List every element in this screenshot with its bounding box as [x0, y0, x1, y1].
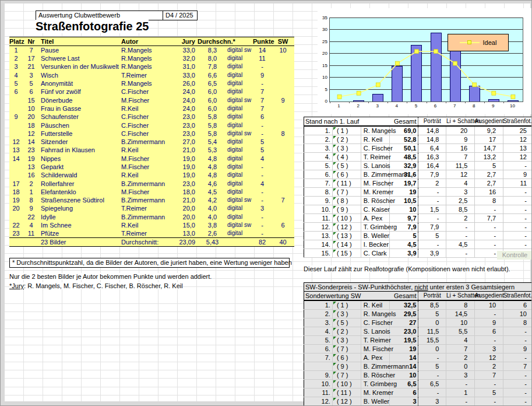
cell-punkte[interactable]: 5 — [253, 138, 272, 146]
cell-nr[interactable]: 5 — [23, 79, 40, 88]
cell-avg[interactable]: 4,0 — [198, 213, 227, 221]
cell-autor[interactable]: R.Mangels — [121, 79, 168, 88]
cell-num[interactable]: - — [418, 388, 446, 397]
cell-name[interactable]: S. Lanois — [361, 327, 389, 336]
cell-sw[interactable] — [272, 163, 294, 171]
cell-gesamt[interactable]: 19 — [389, 345, 418, 354]
cell-rank[interactable]: 4. — [304, 327, 333, 336]
cell-name[interactable]: S. Lanois — [361, 162, 389, 170]
cell-platz[interactable]: 1 — [9, 46, 23, 55]
cell-platz[interactable]: 22 — [9, 221, 23, 229]
cell-gesamt[interactable]: 48,5 — [389, 153, 418, 162]
cell-seed[interactable]: ( 2 ) — [332, 327, 361, 336]
cell-punkte[interactable]: - — [253, 171, 272, 179]
cell-num[interactable]: - — [475, 397, 503, 406]
cell-nr[interactable]: 3 — [23, 71, 40, 79]
cell-seed[interactable]: ( 5 ) — [332, 162, 361, 170]
cell-autor[interactable]: R.Keil — [121, 171, 168, 179]
cell-avg[interactable]: 4,6 — [198, 179, 227, 187]
cell-seed[interactable]: ( 6 ) — [332, 354, 361, 362]
cell-nr[interactable]: 1 — [23, 188, 40, 196]
cell-name[interactable]: C. Fischer — [361, 144, 389, 153]
cell-rank[interactable]: 11. — [304, 214, 333, 223]
cell-rank[interactable]: 15. — [304, 249, 333, 258]
col-nr[interactable]: Nr — [23, 37, 40, 46]
cell-jury[interactable]: 33,0 — [168, 46, 198, 55]
cell-avg[interactable]: 4,5 — [198, 188, 227, 196]
cell-avg[interactable]: 4,8 — [198, 163, 227, 171]
cell-autor[interactable]: M.Fischer — [121, 155, 168, 163]
cell-num[interactable]: 13,2 — [475, 153, 503, 162]
total-avg[interactable]: 5,43 — [198, 238, 227, 247]
cell-num[interactable]: - — [475, 336, 503, 345]
cell-name[interactable]: R. Mangels — [361, 126, 389, 135]
cell-nr[interactable]: 23 — [23, 146, 40, 154]
cell-name[interactable]: A. Pex — [361, 354, 389, 362]
standings-title[interactable]: Stand nach 1. Lauf — [304, 117, 390, 127]
cell-art[interactable]: digital — [227, 62, 253, 71]
cell-sw[interactable] — [272, 71, 294, 79]
cell-art[interactable]: digital — [227, 171, 253, 179]
cell-num[interactable]: - — [503, 197, 532, 205]
cell-seed[interactable]: ( 4 ) — [332, 153, 361, 162]
cell-autor[interactable]: B.Zimmermann — [121, 196, 168, 204]
cell-jury[interactable]: 21,0 — [168, 196, 198, 204]
cell-num[interactable]: 0 — [418, 345, 446, 354]
cell-punkte[interactable]: 6 — [253, 113, 272, 121]
cell-sw[interactable] — [272, 79, 294, 88]
cell-art[interactable]: digital — [227, 155, 253, 163]
cell-num[interactable]: 1 — [446, 388, 475, 397]
cell-platz[interactable]: 17 — [9, 179, 23, 187]
cell-rank[interactable]: 2. — [304, 310, 333, 318]
cell-gesamt[interactable]: 3 — [389, 397, 418, 406]
total-jury[interactable]: 23,09 — [168, 238, 198, 247]
cell-num[interactable]: 6,4 — [418, 144, 446, 153]
cell-nr[interactable]: 13 — [23, 163, 40, 171]
cell-num[interactable]: - — [418, 188, 446, 197]
cell-rank[interactable]: 7. — [304, 354, 333, 362]
cell-autor[interactable]: C.Fischer — [121, 130, 168, 138]
cell-autor[interactable]: M.Fischer — [121, 163, 168, 171]
cell-seed[interactable]: ( 12 ) — [332, 397, 361, 406]
cell-num[interactable]: 7 — [475, 371, 503, 380]
cell-sw[interactable]: 10 — [272, 46, 294, 55]
distribution-chart[interactable]: Ideal 0510152025303512345678910 — [318, 8, 532, 114]
cell-avg[interactable]: 4,8 — [198, 171, 227, 179]
cell-gesamt[interactable]: 5 — [389, 232, 418, 240]
cell-rank[interactable]: 12. — [304, 397, 333, 406]
cell-rank[interactable] — [304, 362, 333, 371]
col-strassenfot[interactable]: Straßenfot. — [503, 292, 532, 301]
cell-sw[interactable] — [272, 155, 294, 163]
cell-titel[interactable]: Straßenszene Südtirol — [40, 196, 121, 204]
cell-num[interactable]: 11,5 — [446, 162, 475, 170]
cell-gesamt[interactable]: 4,5 — [389, 240, 418, 249]
cell-num[interactable]: 13 — [503, 144, 532, 153]
cell-jury[interactable]: 32,0 — [168, 54, 198, 62]
cell-titel[interactable]: Anonymität — [40, 79, 121, 88]
col-durchschnitt[interactable]: Durchschn.* — [198, 37, 227, 46]
cell-platz[interactable] — [9, 130, 23, 138]
cell-avg[interactable]: 5,4 — [198, 138, 227, 146]
cell-name[interactable]: B. Zimmermann — [361, 170, 389, 179]
cell-art[interactable]: digital — [227, 113, 253, 121]
cell-jury[interactable]: 24,0 — [168, 96, 198, 104]
cell-jury[interactable]: 23,0 — [168, 130, 198, 138]
cell-num[interactable]: 25 — [503, 126, 532, 135]
cell-num[interactable]: - — [503, 380, 532, 388]
cell-num[interactable]: 0 — [418, 318, 446, 327]
cell-art[interactable]: digital sw — [227, 130, 253, 138]
cell-rank[interactable]: 9. — [304, 371, 333, 380]
cell-num[interactable]: - — [503, 205, 532, 214]
cell-name[interactable]: M. Fischer — [361, 345, 389, 354]
cell-rank[interactable]: 9. — [304, 197, 333, 205]
cell-num[interactable]: 12 — [503, 135, 532, 144]
cell-avg[interactable]: 5,3 — [198, 146, 227, 154]
cell-rank[interactable]: 10. — [304, 205, 333, 214]
cell-sw[interactable] — [272, 171, 294, 179]
cell-platz[interactable]: 23 — [9, 229, 23, 238]
cell-num[interactable]: - — [503, 336, 532, 345]
cell-nr[interactable]: 19 — [23, 155, 40, 163]
cell-punkte[interactable]: - — [253, 62, 272, 71]
cell-num[interactable]: 2 — [446, 214, 475, 223]
cell-seed[interactable]: ( 3 ) — [332, 336, 361, 345]
